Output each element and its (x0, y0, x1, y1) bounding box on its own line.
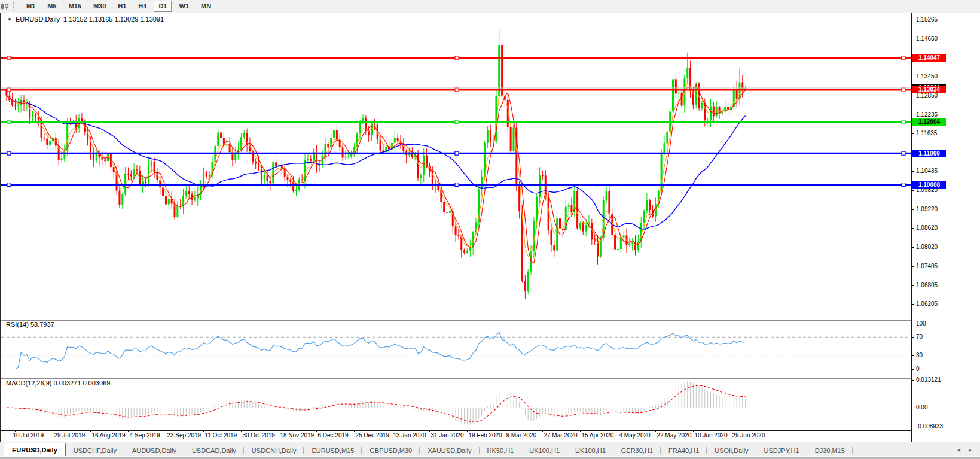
price-tick-label: 1.14650 (916, 35, 938, 42)
price-line-label: 1.10008 (912, 181, 946, 189)
timeframe-button-d1[interactable]: D1 (154, 1, 172, 12)
date-label: 16 Aug 2019 (91, 432, 125, 439)
axis-tick-mark (912, 96, 914, 96)
axis-tick-mark (912, 133, 914, 134)
chart-tab-fra40-h1[interactable]: FRA40,H1 (661, 445, 707, 457)
price-line-label: 1.13034 (912, 86, 946, 93)
date-label: 31 Jan 2020 (431, 432, 463, 439)
chart-tab-usdjpy-h1[interactable]: USDJPY,H1 (756, 445, 807, 457)
timeframe-button-m5[interactable]: M5 (42, 1, 61, 12)
chart-tab-usoil-daily[interactable]: USOil,Daily (707, 445, 756, 457)
date-label: 23 Sep 2019 (167, 432, 201, 439)
price-tick-label: 1.06805 (916, 282, 938, 288)
trading-platform-window: ▼ M1M5M15M30H1H4D1W1MN ▼ EURUSD,Daily 1.… (0, 0, 980, 459)
date-tick-mark (354, 430, 355, 432)
axis-tick-mark (912, 190, 914, 191)
date-label: 29 Jul 2019 (54, 432, 85, 439)
price-tick-label: 1.13450 (916, 73, 938, 80)
timeframe-button-h1[interactable]: H1 (113, 1, 131, 12)
chart-bottom-border (1, 430, 980, 431)
date-tick-mark (429, 430, 430, 432)
timeframe-button-m30[interactable]: M30 (88, 1, 111, 12)
price-tick-label: 1.07405 (916, 263, 938, 269)
date-tick-mark (90, 430, 91, 432)
chart-ohlc-values: 1.13152 1.13165 1.13029 1.13091 (63, 16, 164, 23)
chart-tab-eurusd-m15[interactable]: EURUSD,M15 (304, 445, 362, 457)
date-tick-mark (580, 430, 581, 432)
date-label: 10 Jun 2020 (694, 432, 727, 439)
date-label: 22 May 2020 (657, 432, 691, 439)
timeframe-button-m1[interactable]: M1 (22, 1, 40, 12)
timeframe-buttons: M1M5M15M30H1H4D1W1MN (20, 1, 217, 12)
date-label: 18 Nov 2019 (280, 432, 314, 439)
chart-tab-uk100-h1[interactable]: UK100,H1 (567, 445, 613, 457)
rsi-tick-label: 30 (916, 352, 923, 358)
price-axis[interactable]: 1.152651.146501.134501.128501.122351.116… (911, 13, 980, 442)
chart-tab-usdchf-daily[interactable]: USDCHF,Daily (66, 445, 124, 457)
price-line-label: 1.12004 (912, 118, 946, 126)
axis-tick-mark (912, 171, 914, 172)
chart-tab-usdcnh-daily[interactable]: USDCNH,Daily (244, 445, 304, 457)
chart-tab-eurusd-daily[interactable]: EURUSD,Daily (4, 443, 66, 457)
rsi-panel[interactable] (1, 319, 911, 376)
macd-panel[interactable] (1, 378, 911, 430)
axis-tick-mark (912, 337, 914, 338)
date-tick-mark (166, 430, 166, 432)
date-tick-mark (203, 430, 204, 432)
date-tick-mark (731, 430, 731, 432)
price-tick-label: 1.15265 (916, 16, 938, 23)
date-label: 4 May 2020 (619, 432, 650, 439)
axis-tick-mark (912, 266, 914, 267)
price-tick-label: 1.06205 (916, 300, 938, 307)
macd-tick-label: -0.008933 (916, 423, 943, 430)
date-label: 15 Apr 2020 (581, 432, 613, 439)
price-line-label: 1.14047 (912, 54, 946, 62)
candlestick-periods-icon[interactable]: ▼ (3, 4, 10, 9)
left-scroll-arrow-icon[interactable]: ◂ (957, 446, 960, 453)
timeframe-button-mn[interactable]: MN (196, 1, 216, 12)
axis-tick-mark (912, 115, 914, 115)
rsi-tick-label: 100 (916, 320, 926, 327)
axis-tick-mark (912, 285, 914, 286)
timeframe-toolbar: ▼ M1M5M15M30H1H4D1W1MN (0, 0, 980, 13)
chart-tab-ger30-h1[interactable]: GER30,H1 (613, 445, 661, 457)
right-scroll-arrow-icon[interactable]: ▸ (969, 446, 972, 453)
chart-tab-hk50-h1[interactable]: HK50,H1 (480, 445, 522, 457)
date-label: 6 Dec 2019 (317, 432, 348, 439)
chart-tab-xauusd-daily[interactable]: XAUUSD,Daily (420, 445, 479, 457)
rsi-label: RSI(14) 58.7937 (6, 321, 54, 328)
timeframe-button-h4[interactable]: H4 (133, 1, 151, 12)
chart-tab-uk100-h1[interactable]: UK100,H1 (521, 445, 567, 457)
macd-label: MACD(12,26,9) 0.003271 0.003069 (6, 379, 110, 387)
axis-tick-mark (912, 408, 914, 408)
price-tick-label: 1.08020 (916, 244, 938, 250)
axis-tick-mark (912, 324, 914, 324)
price-tick-label: 1.10435 (916, 168, 938, 174)
date-tick-mark (655, 430, 656, 432)
timeframe-button-m15[interactable]: M15 (63, 1, 86, 12)
chart-tab-dj30-m15[interactable]: DJ30,M15 (807, 445, 853, 457)
chart-tab-gbpusd-m30[interactable]: GBPUSD,M30 (362, 445, 420, 457)
timeframe-button-w1[interactable]: W1 (174, 1, 194, 12)
axis-tick-mark (912, 39, 914, 39)
main-price-chart[interactable] (1, 13, 911, 318)
date-tick-mark (241, 430, 242, 432)
toolbar-grip[interactable] (13, 2, 16, 11)
rsi-tick-label: 70 (916, 333, 923, 340)
chart-tab-audusd-daily[interactable]: AUDUSD,Daily (124, 445, 184, 457)
axis-tick-mark (912, 247, 914, 248)
chart-tab-bar: EURUSD,DailyUSDCHF,DailyAUDUSD,DailyUSDC… (0, 442, 980, 457)
chart-collapse-icon[interactable]: ▼ (7, 17, 12, 22)
date-label: 9 Mar 2020 (506, 432, 536, 439)
date-label: 19 Feb 2020 (468, 432, 502, 439)
window-bottom-edge (0, 456, 980, 459)
price-tick-label: 1.11635 (916, 130, 937, 136)
price-tick-label: 1.09220 (916, 206, 938, 212)
date-label: 13 Jan 2020 (393, 432, 426, 439)
chart-tabs: EURUSD,DailyUSDCHF,DailyAUDUSD,DailyUSDC… (4, 443, 853, 457)
chart-tab-usdcad-daily[interactable]: USDCAD,Daily (184, 445, 244, 457)
date-label: 29 Jun 2020 (732, 432, 765, 439)
mini-candles-icon (0, 2, 10, 11)
price-tick-label: 1.12235 (916, 111, 938, 118)
axis-tick-mark (912, 380, 914, 381)
